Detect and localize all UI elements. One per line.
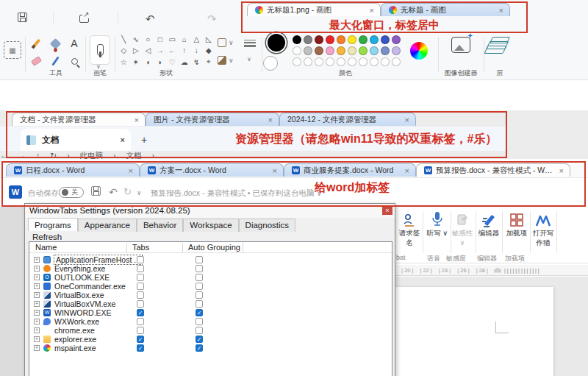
paint-canvas[interactable] [0, 79, 588, 109]
image-creator-icon[interactable] [451, 37, 470, 53]
table-row[interactable]: +VirtualBoxVM.exe [29, 299, 392, 308]
close-icon[interactable]: × [133, 116, 140, 124]
color-picker-icon[interactable] [49, 54, 62, 68]
column-tabs[interactable]: Tabs [132, 243, 149, 252]
brush-button[interactable] [90, 35, 110, 65]
shape-icon[interactable]: ○ [142, 34, 154, 45]
expand-icon[interactable]: + [34, 292, 40, 298]
palette-swatch[interactable] [359, 46, 368, 55]
writingcat-button[interactable]: 打开写作猫 [530, 210, 556, 252]
palette-swatch-empty[interactable] [326, 57, 334, 66]
breadcrumb-item[interactable]: 文档 [126, 151, 142, 159]
edit-colors-icon[interactable] [410, 42, 428, 60]
word-tab[interactable]: W预算报告.docx - 兼容性模式 - Word× [416, 163, 570, 177]
palette-swatch[interactable] [392, 46, 401, 55]
word-tab[interactable]: W商业服务提案.docx - Word× [284, 163, 416, 177]
tabs-checkbox[interactable] [137, 265, 144, 272]
table-row[interactable]: +OOUTLOOK.EXE [29, 273, 392, 282]
mic-button[interactable]: 听写 ∨ [424, 210, 451, 252]
expand-icon[interactable]: + [34, 301, 40, 307]
auto-grouping-checkbox[interactable] [196, 283, 203, 290]
fill-bucket-icon[interactable] [49, 37, 62, 50]
tabs-checkbox[interactable] [137, 256, 144, 263]
shape-icon[interactable]: ∿ [130, 34, 143, 45]
size-button[interactable] [244, 40, 256, 47]
shape-icon[interactable]: ◆ [203, 45, 215, 56]
addins-button[interactable]: 加载项 [503, 210, 530, 252]
palette-swatch[interactable] [337, 35, 345, 44]
table-row[interactable]: +WXWork.exe [29, 317, 392, 326]
tabs-checkbox[interactable] [137, 283, 144, 290]
auto-grouping-checkbox[interactable] [196, 300, 203, 308]
dialog-titlebar[interactable]: WindowTabs Settings (version 2024.08.25)… [25, 204, 395, 218]
close-icon[interactable]: × [404, 116, 411, 124]
shape-icon[interactable]: ▭ [166, 34, 179, 45]
column-name[interactable]: Name [35, 243, 57, 252]
palette-swatch[interactable] [304, 35, 312, 44]
explorer-tab[interactable]: 图片 - 文件资源管理器× [146, 113, 279, 126]
dialog-tab-appearance[interactable]: Appearance [78, 219, 137, 232]
shape-icon[interactable]: ☆ [118, 56, 130, 68]
shape-icon[interactable]: ◖ [142, 56, 154, 68]
word-tab[interactable]: W日程.docx - Word× [6, 163, 140, 177]
tabs-checkbox[interactable]: ✓ [137, 336, 144, 343]
back-icon[interactable]: ← [0, 151, 8, 159]
shape-icon[interactable]: □ [154, 34, 167, 45]
tabs-checkbox[interactable] [137, 318, 144, 325]
expand-icon[interactable]: + [34, 274, 40, 280]
expand-icon[interactable]: + [34, 310, 40, 316]
auto-grouping-checkbox[interactable]: ✓ [196, 309, 203, 316]
palette-swatch-empty[interactable] [293, 57, 301, 66]
signature-button[interactable]: 请求签名 [396, 210, 423, 252]
palette-swatch[interactable] [293, 35, 301, 44]
shape-icon[interactable]: ☁ [179, 56, 191, 68]
pencil-icon[interactable] [29, 37, 43, 50]
palette-swatch[interactable] [392, 35, 401, 44]
shape-icon[interactable]: ◇ [118, 45, 130, 56]
table-row[interactable]: +OneCommander.exe [29, 282, 392, 291]
forward-icon[interactable]: → [18, 151, 26, 159]
expand-icon[interactable]: + [34, 266, 40, 272]
redo-icon[interactable]: ↻ [123, 186, 132, 197]
palette-swatch[interactable] [370, 35, 379, 44]
tabs-checkbox[interactable] [137, 327, 144, 334]
shape-icon[interactable]: → [154, 45, 167, 56]
tabs-checkbox[interactable] [137, 300, 144, 308]
expand-icon[interactable]: + [34, 257, 40, 263]
layers-icon[interactable] [490, 37, 510, 43]
fill-dropdown[interactable]: ∨ [218, 54, 243, 66]
close-icon[interactable]: × [498, 6, 505, 15]
paint-tab[interactable]: 无标题 - 画图× [381, 3, 510, 16]
explorer-tab[interactable]: 文档 - 文件资源管理器× [12, 113, 146, 126]
palette-swatch[interactable] [359, 35, 368, 44]
shape-icon[interactable]: △ [190, 34, 203, 45]
shape-icon[interactable]: ▷ [130, 45, 143, 56]
palette-swatch-empty[interactable] [359, 57, 368, 66]
palette-swatch[interactable] [315, 46, 323, 55]
auto-grouping-checkbox[interactable] [196, 318, 203, 325]
palette-swatch-empty[interactable] [381, 57, 390, 66]
shape-icon[interactable]: ↑ [179, 45, 191, 56]
palette-swatch[interactable] [348, 35, 356, 44]
indent-marker-icon[interactable] [494, 268, 501, 273]
color1-swatch[interactable] [268, 34, 285, 52]
save-icon[interactable] [18, 13, 27, 22]
auto-grouping-checkbox[interactable] [196, 256, 203, 263]
document-title[interactable]: 预算报告.docx - 兼容性模式 • 已保存到这台电脑 ∨ [151, 188, 322, 199]
shape-icon[interactable]: ◺ [203, 34, 215, 45]
text-tool-icon[interactable]: A [68, 37, 81, 50]
palette-swatch-empty[interactable] [337, 57, 345, 66]
expand-icon[interactable]: + [34, 319, 40, 324]
shape-icon[interactable]: ↯ [190, 56, 203, 68]
redo-icon[interactable]: ↷ [207, 13, 217, 26]
editor-button[interactable]: 编辑器 [476, 210, 502, 252]
tabs-checkbox[interactable] [137, 274, 144, 281]
auto-grouping-checkbox[interactable] [196, 265, 203, 272]
palette-swatch[interactable] [293, 46, 301, 55]
close-icon[interactable]: × [558, 166, 565, 175]
palette-swatch[interactable] [381, 46, 390, 55]
dialog-tab-programs[interactable]: Programs [28, 218, 78, 231]
shape-icon[interactable]: ◁ [142, 45, 154, 56]
shape-icon[interactable]: ↓ [190, 45, 203, 56]
palette-swatch-empty[interactable] [315, 57, 323, 66]
